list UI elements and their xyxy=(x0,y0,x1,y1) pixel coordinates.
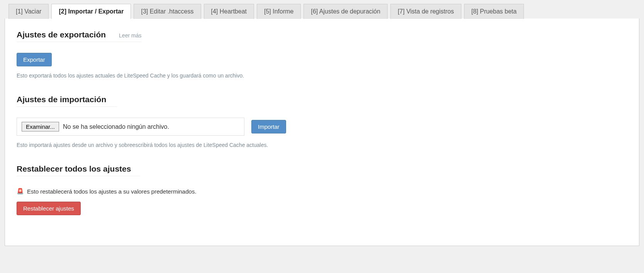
tab-panel: Ajustes de exportación Leer más Exportar… xyxy=(5,19,639,246)
tab-informe[interactable]: [5] Informe xyxy=(257,4,301,19)
page-container: [1] Vaciar [2] Importar / Exportar [3] E… xyxy=(0,0,644,254)
export-description: Esto exportará todos los ajustes actuale… xyxy=(17,72,627,79)
reset-button[interactable]: Restablecer ajustes xyxy=(17,202,81,215)
tabs-nav: [1] Vaciar [2] Importar / Exportar [3] E… xyxy=(5,0,639,19)
import-button[interactable]: Importar xyxy=(251,120,286,133)
tab-vaciar[interactable]: [1] Vaciar xyxy=(8,4,49,19)
reset-description-row: 🚨 Esto restablecerá todos los ajustes a … xyxy=(17,188,627,195)
tab-vista-registros[interactable]: [7] Vista de registros xyxy=(390,4,461,19)
tab-heartbeat[interactable]: [4] Heartbeat xyxy=(204,4,254,19)
tab-importar-exportar[interactable]: [2] Importar / Exportar xyxy=(51,4,131,19)
tab-pruebas-beta[interactable]: [8] Pruebas beta xyxy=(464,4,524,19)
export-button[interactable]: Exportar xyxy=(17,53,52,66)
import-row: Examinar... No se ha seleccionado ningún… xyxy=(17,118,627,136)
reset-title: Restablecer todos los ajustes xyxy=(17,164,140,176)
tab-ajustes-depuracion[interactable]: [6] Ajustes de depuración xyxy=(303,4,388,19)
import-description: Esto importará ajustes desde un archivo … xyxy=(17,142,627,148)
export-title: Ajustes de exportación xyxy=(17,30,106,39)
file-input-box[interactable]: Examinar... No se ha seleccionado ningún… xyxy=(17,118,244,136)
export-section-header: Ajustes de exportación Leer más xyxy=(17,30,141,42)
file-status-text: No se ha seleccionado ningún archivo. xyxy=(63,123,169,130)
reset-description: Esto restablecerá todos los ajustes a su… xyxy=(27,188,197,195)
alarm-icon: 🚨 xyxy=(17,188,24,195)
tab-editar-htaccess[interactable]: [3] Editar .htaccess xyxy=(134,4,201,19)
export-read-more-link[interactable]: Leer más xyxy=(119,32,141,39)
import-title: Ajustes de importación xyxy=(17,95,117,107)
browse-button[interactable]: Examinar... xyxy=(22,122,59,131)
